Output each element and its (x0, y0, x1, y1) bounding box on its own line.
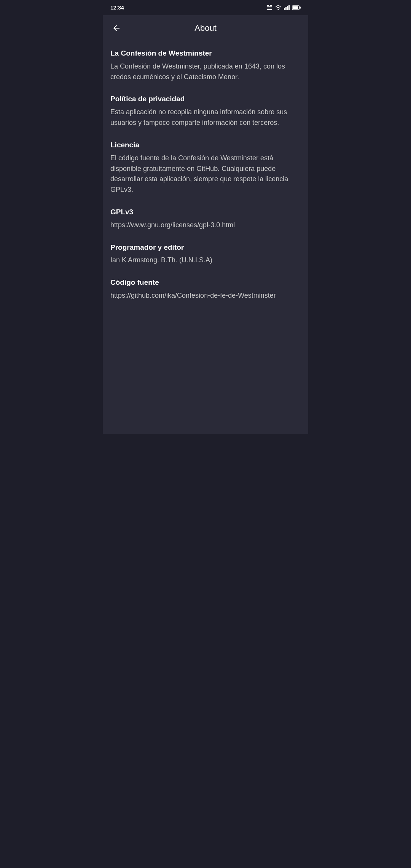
section-westminster-body: La Confesión de Westminster, publicada e… (110, 61, 301, 83)
svg-rect-4 (267, 9, 272, 10)
section-gplv3-link[interactable]: https://www.gnu.org/licenses/gpl-3.0.htm… (110, 220, 301, 231)
toolbar: About (103, 15, 308, 41)
signal-icon (284, 5, 290, 10)
status-icons (266, 5, 301, 11)
section-source-title: Código fuente (110, 278, 301, 287)
svg-point-5 (278, 9, 279, 10)
battery-icon (292, 5, 301, 10)
section-privacy-title: Política de privacidad (110, 94, 301, 104)
svg-rect-7 (285, 7, 287, 10)
content: La Confesión de Westminster La Confesión… (103, 41, 308, 434)
section-developer-title: Programador y editor (110, 243, 301, 252)
status-time: 12:34 (110, 5, 124, 11)
section-developer: Programador y editor Ian K Armstong. B.T… (110, 243, 301, 266)
back-arrow-icon (112, 24, 121, 33)
status-bar: 12:34 (103, 0, 308, 15)
svg-rect-1 (270, 5, 272, 6)
section-privacy: Política de privacidad Esta aplicación n… (110, 94, 301, 128)
back-button[interactable] (109, 21, 124, 36)
sim-icon (266, 5, 272, 11)
section-westminster: La Confesión de Westminster La Confesión… (110, 49, 301, 82)
section-license: Licencia El código fuente de la Confesió… (110, 140, 301, 195)
section-gplv3: GPLv3 https://www.gnu.org/licenses/gpl-3… (110, 207, 301, 231)
svg-rect-6 (284, 8, 285, 10)
section-westminster-title: La Confesión de Westminster (110, 49, 301, 58)
section-developer-body: Ian K Armstong. B.Th. (U.N.I.S.A) (110, 255, 301, 266)
svg-rect-9 (288, 5, 290, 10)
section-gplv3-title: GPLv3 (110, 207, 301, 217)
svg-rect-12 (299, 6, 301, 8)
svg-rect-3 (267, 8, 272, 8)
section-license-body: El código fuente de la Confesión de West… (110, 153, 301, 196)
wifi-icon (275, 5, 282, 10)
section-license-title: Licencia (110, 140, 301, 150)
toolbar-title: About (194, 23, 217, 33)
section-source: Código fuente https://github.com/ika/Con… (110, 278, 301, 301)
section-source-link[interactable]: https://github.com/ika/Confesion-de-fe-d… (110, 290, 301, 301)
svg-rect-11 (293, 6, 298, 9)
svg-rect-0 (267, 5, 269, 6)
svg-rect-8 (287, 6, 288, 10)
svg-rect-2 (267, 6, 272, 7)
section-privacy-body: Esta aplicación no recopila ninguna info… (110, 107, 301, 128)
